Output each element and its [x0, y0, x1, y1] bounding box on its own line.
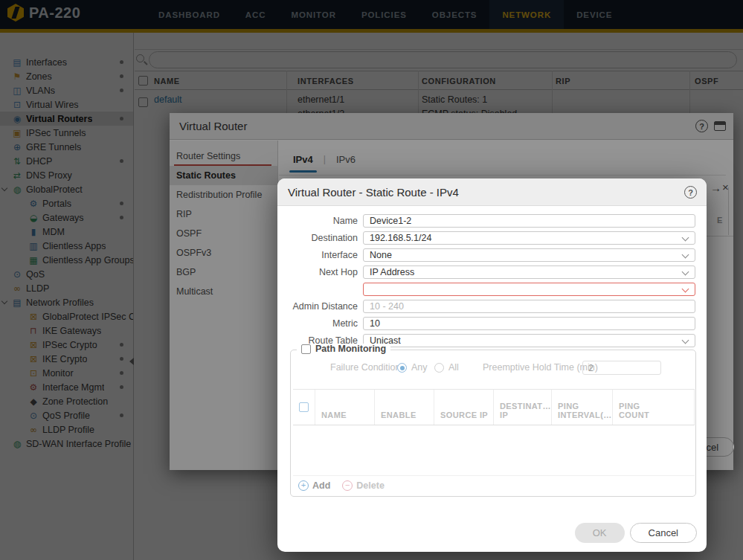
radio-all-label: All [448, 362, 459, 373]
interface-select[interactable]: None [363, 248, 695, 262]
screen: PA-220 DASHBOARDACCMONITORPOLICIESOBJECT… [0, 0, 743, 560]
chevron-down-icon [682, 234, 689, 241]
radio-any[interactable] [397, 363, 407, 373]
radio-all[interactable] [434, 363, 444, 373]
field-label: Next Hop [277, 267, 358, 277]
destination-field[interactable]: 192.168.5.1/24 [363, 231, 695, 245]
chevron-down-icon [682, 336, 689, 344]
chevron-down-icon [682, 268, 689, 275]
static-route-form: Name Device1-2 Destination 192.168.5.1/2… [277, 212, 707, 349]
pm-column-ping-interval: PINGINTERVAL(… [552, 390, 613, 425]
path-monitoring-checkbox[interactable] [301, 344, 311, 354]
pm-header-checkbox-cell [293, 390, 315, 425]
cancel-button[interactable]: Cancel [630, 523, 697, 543]
chevron-down-icon [682, 285, 689, 292]
field-label: Interface [277, 250, 358, 260]
pm-table-header: NAMEENABLESOURCE IPDESTINAT…IPPINGINTERV… [293, 390, 695, 425]
plus-icon: + [298, 480, 309, 491]
failure-condition-row: Failure Condition Any All Preemptive Hol… [291, 362, 695, 376]
dialog-header: Virtual Router - Static Route - IPv4 ? [277, 178, 707, 206]
route-table-select[interactable]: Unicast [363, 334, 695, 347]
field-label: Metric [277, 318, 358, 329]
path-monitoring-group: Path Monitoring Failure Condition Any Al… [290, 350, 696, 497]
minus-icon: − [342, 480, 353, 491]
pm-column-ping-count: PINGCOUNT [613, 390, 695, 425]
delete-button[interactable]: −Delete [342, 480, 385, 491]
failure-condition-label: Failure Condition [330, 362, 401, 373]
field-label: Admin Distance [277, 301, 358, 312]
field-label: Name [277, 216, 358, 226]
admin-distance-field[interactable]: 10 - 240 [363, 300, 695, 313]
pm-toolbar: +Add −Delete [293, 475, 695, 495]
dialog-footer: OK Cancel [575, 523, 697, 543]
path-monitoring-label: Path Monitoring [315, 344, 386, 354]
next-hop-ip-field[interactable] [363, 283, 695, 296]
radio-any-label: Any [411, 362, 428, 373]
hold-time-input[interactable]: 2 [582, 361, 661, 375]
field-label: Destination [277, 233, 358, 243]
help-icon[interactable]: ? [684, 186, 697, 199]
pm-column-source-ip: SOURCE IP [434, 390, 494, 425]
metric-field[interactable]: 10 [363, 317, 695, 330]
add-button[interactable]: +Add [298, 480, 330, 491]
path-monitoring-legend: Path Monitoring [297, 344, 390, 354]
pm-column-enable: ENABLE [375, 390, 434, 425]
pm-column-destinat-ip: DESTINAT…IP [494, 390, 552, 425]
hold-time-label: Preemptive Hold Time (min) [483, 362, 598, 373]
pm-select-all-checkbox[interactable] [299, 402, 309, 412]
chevron-down-icon [682, 251, 689, 258]
name-field[interactable]: Device1-2 [363, 214, 695, 228]
pm-column-name: NAME [315, 390, 375, 425]
path-monitoring-table: NAMEENABLESOURCE IPDESTINAT…IPPINGINTERV… [293, 389, 695, 474]
static-route-dialog: Virtual Router - Static Route - IPv4 ? N… [277, 178, 707, 552]
next-hop-select[interactable]: IP Address [363, 265, 695, 279]
dialog-title: Virtual Router - Static Route - IPv4 [288, 186, 459, 199]
ok-button[interactable]: OK [575, 523, 625, 543]
